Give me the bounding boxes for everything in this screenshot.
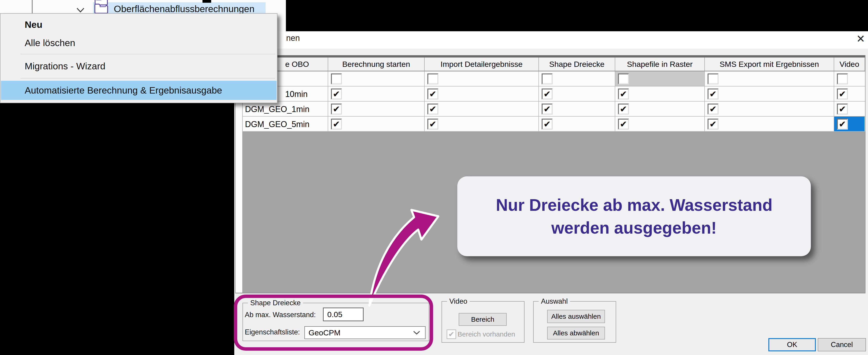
redaction-black-left — [0, 103, 234, 355]
grid-checkbox-checked[interactable]: ✔ — [708, 104, 718, 114]
grid-row-separator — [242, 101, 865, 102]
menu-item-migrations-wizard[interactable]: Migrations - Wizard — [0, 60, 277, 73]
grid-checkbox-checked[interactable]: ✔ — [427, 119, 438, 130]
video-group-title: Video — [447, 297, 470, 306]
annotation-highlight-rect — [234, 294, 433, 351]
column-header-sms-export-mit-ergebnissen[interactable]: SMS Export mit Ergebnissen — [705, 58, 834, 71]
grid-checkbox-unchecked[interactable] — [427, 73, 438, 84]
grid-header-bottom-border — [235, 71, 866, 71]
tree-item-oberflaechenabflussberechnungen[interactable]: Oberflächenabflussberechnungen — [114, 4, 274, 14]
grid-row-name[interactable]: 10min — [285, 90, 308, 99]
context-menu: NeuAlle löschenMigrations - WizardAutoma… — [0, 13, 277, 103]
menu-item-neu[interactable]: Neu — [0, 18, 277, 31]
grid-row-separator — [242, 86, 865, 86]
grid-checkbox-checked[interactable]: ✔ — [837, 88, 848, 100]
grid-checkbox-unchecked[interactable] — [618, 73, 629, 84]
column-header-shapefile-in-raster[interactable]: Shapefile in Raster — [615, 58, 705, 71]
grid-column-separator — [538, 71, 539, 132]
auswahl-group-title: Auswahl — [539, 297, 570, 306]
grid-column-separator — [424, 71, 425, 132]
dialog-titlebar — [234, 31, 868, 48]
bereich-button[interactable]: Bereich — [459, 313, 507, 326]
column-header-shape-dreiecke[interactable]: Shape Dreiecke — [539, 58, 615, 71]
grid-checkbox-checked[interactable]: ✔ — [331, 104, 342, 114]
grid-checkbox-unchecked[interactable] — [331, 73, 342, 84]
grid-right-border — [865, 55, 866, 293]
ok-button[interactable]: OK — [768, 338, 816, 351]
grid-checkbox-unchecked[interactable] — [541, 73, 553, 84]
bereich-vorhanden-label: Bereich vorhanden — [458, 330, 515, 338]
menu-separator — [21, 78, 275, 78]
grid-checkbox-checked[interactable]: ✔ — [708, 119, 718, 130]
grid-checkbox-checked[interactable]: ✔ — [331, 119, 342, 130]
tree-panel-divider — [32, 0, 33, 13]
grid-checkbox-checked[interactable]: ✔ — [427, 88, 438, 100]
grid-row-separator — [242, 131, 865, 132]
bereich-vorhanden-checkbox: ✔ — [446, 329, 456, 339]
cancel-button[interactable]: Cancel — [818, 338, 866, 351]
grid-checkbox-checked[interactable]: ✔ — [331, 88, 342, 100]
grid-checkbox-checked[interactable]: ✔ — [541, 88, 553, 100]
grid-checkbox-checked[interactable]: ✔ — [618, 88, 629, 100]
close-icon[interactable]: ✕ — [855, 32, 867, 46]
grid-column-separator — [704, 71, 705, 132]
redaction-dash — [203, 0, 211, 3]
callout-line1: Nur Dreiecke ab max. Wasserstand — [496, 193, 772, 216]
menu-item-automatisierte-berechnung-ergebnisausgabe[interactable]: Automatisierte Berechnung & Ergebnisausg… — [0, 81, 277, 100]
grid-checkbox-unchecked[interactable] — [837, 73, 848, 84]
grid-row-separator — [242, 116, 865, 116]
grid-checkbox-checked[interactable]: ✔ — [837, 104, 848, 114]
grid-checkbox-checked[interactable]: ✔ — [837, 119, 848, 130]
alles-abwaehlen-button[interactable]: Alles abwählen — [547, 327, 605, 340]
grid-row-name[interactable]: DGM_GEO_5min — [245, 119, 309, 129]
alles-auswaehlen-button[interactable]: Alles auswählen — [547, 310, 605, 323]
menu-item-alle-l-schen[interactable]: Alle löschen — [0, 36, 277, 49]
grid-checkbox-checked[interactable]: ✔ — [708, 88, 718, 100]
column-header-berechnung-starten[interactable]: Berechnung starten — [328, 58, 425, 71]
grid-checkbox-checked[interactable]: ✔ — [618, 119, 629, 130]
redaction-black-top — [286, 0, 868, 31]
grid-row-name[interactable]: DGM_GEO_1min — [245, 105, 309, 114]
grid-checkbox-checked[interactable]: ✔ — [427, 104, 438, 114]
dialog-title-fragment: nen — [286, 33, 300, 43]
grid-checkbox-checked[interactable]: ✔ — [541, 119, 553, 130]
grid-checkbox-checked[interactable]: ✔ — [618, 104, 629, 114]
grid-top-border — [235, 55, 866, 58]
folder-icon — [94, 3, 108, 14]
grid-column-separator — [328, 71, 328, 132]
grid-bottom-border — [235, 293, 866, 293]
grid-checkbox-unchecked[interactable] — [708, 73, 718, 84]
callout-line2: werden ausgegeben! — [552, 216, 717, 239]
column-header-video[interactable]: Video — [834, 58, 865, 71]
menu-separator — [21, 54, 275, 54]
grid-checkbox-checked[interactable]: ✔ — [541, 104, 553, 114]
callout-note: Nur Dreiecke ab max. Wasserstand werden … — [457, 176, 811, 256]
column-header-import-detailergebnisse[interactable]: Import Detailergebnisse — [425, 58, 539, 71]
